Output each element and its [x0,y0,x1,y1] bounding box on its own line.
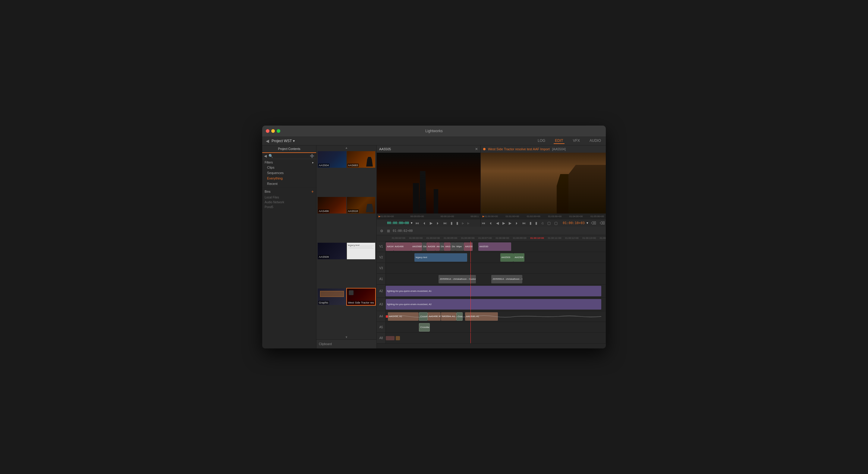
track-clip-aas504[interactable]: AAS504 [464,242,472,251]
record-go-end[interactable]: ⏭ [521,221,527,226]
bins-add-button[interactable]: + [311,189,314,194]
sidebar-item-sequences[interactable]: Sequences [265,170,314,176]
scroll-up-arrow[interactable]: ▲ [316,145,376,150]
clip-thumb-graphic[interactable]: Graphic [318,289,346,305]
filters-expand-icon[interactable]: ▸ [312,161,314,164]
track-label-v1: V1 [377,241,386,252]
title-bar: Lightworks [262,126,606,136]
source-overwrite[interactable]: ▹ [467,221,470,226]
record-next-edit[interactable]: ⏵ [514,221,520,226]
track-clip-aas493[interactable]: AAS493 [386,242,394,251]
track-clip-aas508[interactable]: AAS508 [513,253,524,262]
clip-thumb-as5683[interactable]: AAS683 [347,151,375,168]
record-headphone-l[interactable]: ⌫ [590,221,597,226]
maximize-button[interactable] [277,129,280,133]
record-go-start[interactable]: ⏮ [481,221,486,226]
clip-thumb-as5509[interactable]: AAS509 [318,243,346,259]
clip-thumb-as5504[interactable]: AAS504 [318,151,346,168]
main-content: Project Contents ◀ 🔍 ➕ Filters ▸ Clips S… [262,145,606,348]
sidebar-item-clips[interactable]: Clips [265,165,314,170]
track-clip-dissolve1[interactable]: Dissolve [422,242,427,251]
clips-grid: AAS504 AAS683 AAS496 AAS518 AAS509 [316,150,376,335]
clip-label-as5683: AAS683 [347,164,359,167]
source-preview-controls: 00:00:00+00 ▾ ⏮ ⏴ ▶ ⏵ ⏭ ▮ ▮ ▹ ▹ [377,219,480,227]
record-timecode-marks: 01:00:00+00 01:01:00+00 01:02:00+00 01:0… [484,215,604,218]
record-headphone-r[interactable]: ⌫ [599,221,606,226]
track-clip-aas509[interactable]: AAS509 [500,253,514,262]
timeline-grid-icon[interactable]: ⊞ [386,228,391,234]
source-tc-dropdown[interactable]: ▾ [411,221,412,225]
source-step-back[interactable]: ⏴ [422,221,427,226]
track-row-a5: A5 Crossfade [377,322,606,333]
track-label-a8: A8 [377,333,386,343]
clip-thumb-as5518[interactable]: AAS518 [347,197,375,213]
minimize-button[interactable] [271,129,275,133]
source-play[interactable]: ▶ [429,221,433,226]
track-clip-a5-crossfade[interactable]: Crossfade [419,323,430,332]
record-step-fwd[interactable]: ▶ [508,221,513,226]
track-clip-a2-music[interactable]: fighting-for-you-quinn-erwin-musicbed, A… [386,286,601,296]
record-prev-edit[interactable]: ⏴ [488,221,493,226]
track-clip-legacy-text[interactable]: legacy text [414,253,467,262]
track-label-a5: A5 [377,322,386,333]
record-audio-toggle[interactable]: ▢ [553,221,558,226]
sidebar-tab-audio-network[interactable]: Audio Network [265,200,314,204]
track-clip-a1-zd1[interactable]: ZD595614 - chriskalhoon - Custom Demo.mp… [438,275,476,283]
scroll-down-arrow[interactable]: ▼ [316,335,376,339]
clip-thumb-as5496[interactable]: AAS496 [318,197,346,213]
record-play[interactable]: ▶ [501,221,506,226]
record-preview-id: [AA5504] [552,147,566,151]
track-clip-wipe[interactable]: Wipe [455,242,464,251]
track-clip-aas68[interactable]: AAS68 [435,242,440,251]
track-clip-aas530[interactable]: AAS530 [478,242,512,251]
source-mark-out[interactable]: ▮ [456,221,459,226]
sidebar-tab-local-files[interactable]: Local Files [265,195,314,200]
track-clip-aas683[interactable]: AAS683 [427,242,435,251]
record-mark-out[interactable]: ▮ [534,221,538,226]
tab-audio[interactable]: AUDIO [588,138,602,144]
tab-log[interactable]: LOG [536,138,547,144]
source-insert[interactable]: ▹ [461,221,465,226]
clip-thumb-legacy-text[interactable]: legacy text [347,243,375,259]
sidebar-item-everything[interactable]: Everything [265,176,314,181]
track-label-a1: A1 [377,274,386,284]
track-clip-dissolve2[interactable]: Dissolve [440,242,444,251]
sidebar-tabs: Project Contents [262,145,316,153]
track-label-v2: V2 [377,252,386,263]
close-button[interactable] [266,129,270,133]
clip-label-as5518: AAS518 [347,209,359,213]
clip-thumb-west-side[interactable]: West Side Tractor res [347,289,375,305]
record-tc-dropdown[interactable]: ▾ [587,221,588,225]
back-button[interactable]: ◀ [266,138,269,143]
record-mark-in[interactable]: ▮ [529,221,532,226]
record-audio-sync[interactable]: ♫ [540,221,545,226]
tab-vfx[interactable]: VFX [572,138,581,144]
track-clip-a1-zd2[interactable]: ZD595614 - chriskalhoon - Custom Demo.mp… [491,275,522,283]
sidebar-back-icon[interactable]: ◀ [264,154,267,158]
track-clip-aas498[interactable]: AAS498 [444,242,451,251]
track-clip-dissolve3[interactable]: Dissolve [451,242,455,251]
source-mark-in[interactable]: ▮ [450,221,454,226]
tab-edit[interactable]: EDIT [554,138,564,144]
preview-panels: AA5505 ✕ ▶ 01:00:00+00 00:00:05+00 [377,145,606,227]
sidebar-item-recent[interactable]: Recent [265,181,314,187]
sidebar-tab-pond5[interactable]: Pond5 [265,205,314,209]
timeline-settings-icon[interactable]: ⚙ [379,228,384,234]
record-video-toggle[interactable]: ▢ [547,221,552,226]
track-clip-aas496[interactable]: AAS496 [394,242,411,251]
sidebar-add-icon[interactable]: ➕ [310,154,314,158]
source-go-end[interactable]: ⏭ [442,221,448,226]
record-step-back[interactable]: ◀ [495,221,500,226]
track-clip-aas5685[interactable]: AAS5685 [411,242,422,251]
source-preview-close[interactable]: ✕ [475,147,478,151]
track-clip-a3-music[interactable]: fighting-for-you-quinn-erwin-musicbed, A… [386,299,601,309]
source-go-start[interactable]: ⏮ [414,221,420,226]
track-label-a2: A2 [377,284,386,298]
source-preview-title: AA5505 [379,147,391,151]
timeline-tc: 01:00:02+00 [393,229,412,233]
sidebar-search-icon[interactable]: 🔍 [269,154,273,158]
sidebar-tab-project-contents[interactable]: Project Contents [262,145,316,153]
source-step-fwd[interactable]: ⏵ [435,221,441,226]
app-title: Lightworks [425,129,442,133]
clip-label-as5496: AAS496 [318,209,330,213]
